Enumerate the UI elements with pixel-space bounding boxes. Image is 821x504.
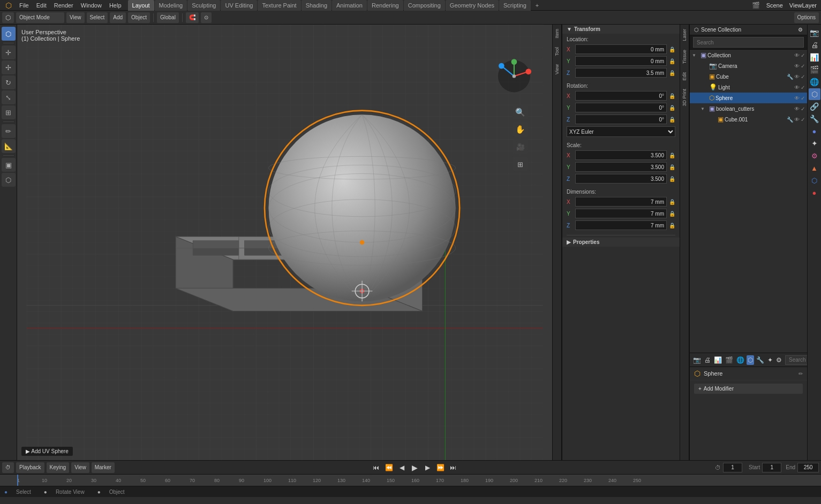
mode-selector[interactable]: Object Mode — [16, 12, 64, 23]
prev-frame-btn[interactable]: ◀ — [396, 462, 407, 473]
tool-select[interactable]: ⬡ — [2, 27, 16, 41]
prop-scene-icon[interactable]: 🎬 — [809, 64, 820, 75]
outliner-search-input[interactable] — [693, 37, 804, 48]
boolean-vis[interactable]: ✓ — [801, 106, 805, 112]
tab-texture-paint[interactable]: Texture Paint — [258, 0, 300, 11]
transform-select[interactable]: Global — [157, 12, 179, 23]
cube001-vis[interactable]: ✓ — [801, 117, 805, 123]
sphere-vis[interactable]: ✓ — [801, 95, 805, 101]
dim-y-input[interactable] — [575, 209, 667, 218]
tab-uv-editing[interactable]: UV Editing — [221, 0, 257, 11]
tab-rendering[interactable]: Rendering — [367, 0, 403, 11]
playback-menu[interactable]: Playback — [16, 462, 44, 473]
tool-measure[interactable]: 📐 — [2, 139, 16, 153]
engine-selector[interactable]: 🎬 — [750, 2, 762, 9]
prop-icon-physics[interactable]: ⚙ — [775, 355, 783, 365]
transform-section-header[interactable]: ▼ Transform — [562, 25, 680, 34]
object-name-edit-icon[interactable]: ✏ — [799, 371, 803, 377]
viewport-3d[interactable]: 🔍 ✋ 🎥 ⊞ User Perspective (1) Collection … — [17, 25, 552, 460]
options-btn[interactable]: Options — [794, 12, 819, 23]
location-x-lock[interactable]: 🔒 — [669, 47, 675, 52]
play-btn[interactable]: ▶ — [409, 462, 420, 473]
tab-animation[interactable]: Animation — [332, 0, 367, 11]
dim-y-lock[interactable]: 🔒 — [669, 211, 675, 217]
tool-rotate[interactable]: ↻ — [2, 75, 16, 89]
playhead-marker[interactable] — [17, 475, 18, 486]
tool-cursor[interactable]: ✛ — [2, 45, 16, 59]
prop-icon-world[interactable]: 🌐 — [735, 355, 745, 365]
tab-geometry-nodes[interactable]: Geometry Nodes — [446, 0, 499, 11]
prop-modifier-icon[interactable]: 🔧 — [809, 113, 820, 125]
jump-end-btn[interactable]: ⏭ — [448, 462, 458, 473]
side-tab-item[interactable]: Item — [553, 25, 561, 43]
outliner-item-collection[interactable]: ▼ ▣ Collection 👁 ✓ — [690, 50, 807, 60]
tab-modeling[interactable]: Modeling — [155, 0, 187, 11]
location-z-lock[interactable]: 🔒 — [669, 70, 675, 76]
dim-z-lock[interactable]: 🔒 — [669, 223, 675, 228]
outliner-item-boolean-cutters[interactable]: ▼ ▣ boolean_cutters 👁 ✓ — [690, 103, 807, 114]
prop-object-icon[interactable]: ⬡ — [809, 88, 820, 100]
cube-vis[interactable]: ✓ — [801, 74, 805, 80]
rotation-y-input[interactable] — [575, 103, 667, 112]
dim-x-input[interactable] — [575, 197, 667, 207]
tool-annotate[interactable]: ✏ — [2, 124, 16, 138]
outliner-item-sphere[interactable]: ⬡ Sphere 👁 ✓ — [690, 93, 807, 103]
prop-icon-object[interactable]: ⬡ — [747, 355, 754, 365]
side-tab-edit[interactable]: Edit — [680, 68, 689, 85]
next-frame-btn[interactable]: ▶ — [422, 462, 433, 473]
scale-z-lock[interactable]: 🔒 — [669, 176, 675, 182]
location-x-input[interactable] — [575, 44, 667, 54]
rotation-x-lock[interactable]: 🔒 — [669, 93, 675, 99]
scale-x-lock[interactable]: 🔒 — [669, 152, 675, 158]
location-y-input[interactable] — [575, 56, 667, 66]
outliner-item-cube[interactable]: ▣ Cube 🔧 👁 ✓ — [690, 71, 807, 82]
location-z-input[interactable] — [575, 68, 667, 78]
outliner-item-cube001[interactable]: ▣ Cube.001 🔧 👁 ✓ — [690, 114, 807, 125]
snap-btn[interactable]: 🧲 — [186, 12, 199, 23]
jump-start-btn[interactable]: ⏮ — [371, 462, 381, 473]
collection-eye[interactable]: 👁 — [794, 52, 800, 58]
rotation-mode-select[interactable]: XYZ Euler — [567, 126, 675, 137]
menu-render[interactable]: Render — [51, 0, 77, 11]
prop-icon-modifier[interactable]: 🔧 — [755, 355, 765, 365]
prop-icon-render[interactable]: 📷 — [692, 355, 702, 365]
tool-add-cube[interactable]: ▣ — [2, 158, 16, 172]
tab-sculpting[interactable]: Sculpting — [187, 0, 220, 11]
timeline-editor-type[interactable]: ⏱ — [2, 462, 14, 473]
prop-icon-view[interactable]: 📊 — [713, 355, 723, 365]
rotation-z-input[interactable] — [575, 114, 667, 124]
tool-add-more[interactable]: ⬡ — [2, 173, 16, 187]
prop-particles-icon[interactable]: ✦ — [809, 138, 820, 149]
current-frame-input[interactable] — [723, 463, 742, 472]
prev-keyframe-btn[interactable]: ⏪ — [383, 462, 394, 473]
camera-eye[interactable]: 👁 — [794, 63, 800, 69]
prop-icon-scene[interactable]: 🎬 — [724, 355, 734, 365]
outliner-filter-icon[interactable]: ⚙ — [798, 27, 803, 33]
tool-transform[interactable]: ⊞ — [2, 105, 16, 119]
cube-eye[interactable]: 👁 — [794, 74, 800, 80]
boolean-eye[interactable]: 👁 — [794, 106, 800, 112]
blender-logo[interactable]: ⬡ — [2, 0, 15, 11]
sphere-eye[interactable]: 👁 — [794, 95, 800, 101]
menu-window[interactable]: Window — [78, 0, 105, 11]
prop-scene-props-icon[interactable]: ▲ — [809, 162, 820, 174]
rotation-z-lock[interactable]: 🔒 — [669, 117, 675, 123]
menu-edit[interactable]: Edit — [33, 0, 50, 11]
view-menu[interactable]: View — [66, 12, 85, 23]
tool-move[interactable]: ✢ — [2, 60, 16, 74]
rotation-y-lock[interactable]: 🔒 — [669, 105, 675, 111]
prop-output-icon[interactable]: 🖨 — [809, 39, 820, 51]
prop-render-icon[interactable]: 📷 — [809, 27, 820, 39]
outliner-item-camera[interactable]: 📷 Camera 👁 ✓ — [690, 60, 807, 71]
scale-y-lock[interactable]: 🔒 — [669, 164, 675, 170]
tab-layout[interactable]: Layout — [128, 0, 154, 11]
editor-type-btn[interactable]: ⬡ — [2, 12, 14, 23]
select-menu[interactable]: Select — [87, 12, 108, 23]
menu-help[interactable]: Help — [106, 0, 125, 11]
outliner-item-light[interactable]: 💡 Light 👁 ✓ — [690, 82, 807, 93]
menu-file[interactable]: File — [16, 0, 32, 11]
tab-shading[interactable]: Shading — [302, 0, 332, 11]
next-keyframe-btn[interactable]: ⏩ — [435, 462, 446, 473]
start-frame-input[interactable] — [762, 463, 781, 472]
object-menu[interactable]: Object — [128, 12, 150, 23]
